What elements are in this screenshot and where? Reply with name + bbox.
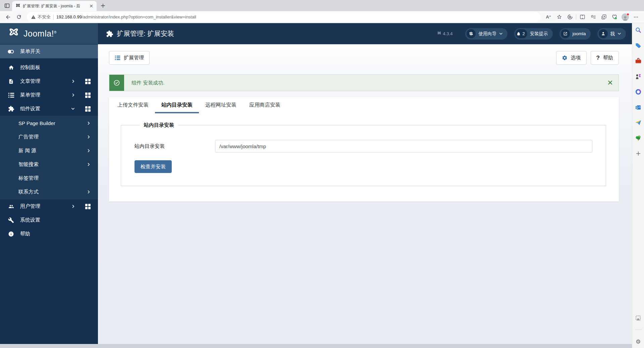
favorite-star-icon[interactable] — [554, 12, 564, 22]
browser-tab[interactable]: 扩展管理: 扩展安装 - joomla - 后 ✕ — [12, 1, 97, 11]
collections-icon[interactable] — [588, 12, 598, 22]
admin-header: Joomla!® 扩展管理: 扩展安装 4.3.4 使用向导 — [0, 23, 632, 44]
browser-tab-strip: 扩展管理: 扩展安装 - joomla - 后 ✕ — [0, 0, 644, 11]
sidebar-item-users[interactable]: 用户管理 — [0, 199, 98, 213]
joomla-logo-icon — [8, 28, 19, 40]
browser-essentials-icon[interactable] — [610, 12, 619, 22]
search-icon[interactable] — [635, 26, 642, 34]
edge-settings-gear-icon[interactable]: ⚙ — [635, 338, 642, 345]
install-folder-input[interactable] — [215, 140, 592, 153]
chevron-right-icon — [87, 121, 91, 125]
check-and-install-button[interactable]: 检查并安装 — [135, 160, 172, 173]
tab-install-from-url[interactable]: 远程网址安装 — [199, 97, 243, 113]
horizontal-scrollbar[interactable] — [0, 344, 632, 348]
dashboard-grid-icon[interactable] — [85, 93, 91, 98]
games-icon[interactable] — [635, 73, 642, 80]
joomla-version-icon — [437, 32, 441, 36]
profile-notification-dot — [627, 13, 629, 16]
toolbar-divider — [576, 14, 576, 20]
submenu-item-smart-search[interactable]: 智能搜索 — [0, 158, 98, 171]
user-guide-button[interactable]: 使用向导 — [465, 28, 507, 40]
chevron-right-icon — [71, 79, 75, 83]
sidebar-item-menus[interactable]: 菜单管理 — [0, 88, 98, 102]
page-title: 扩展管理: 扩展安装 — [117, 29, 174, 38]
help-button[interactable]: ? 帮助 — [591, 51, 619, 65]
split-screen-icon[interactable] — [578, 12, 587, 22]
tab-upload-package[interactable]: 上传文件安装 — [111, 97, 155, 113]
not-secure-indicator[interactable]: 不安全 — [31, 14, 51, 20]
copilot-icon[interactable] — [565, 12, 575, 22]
tab-install-from-web[interactable]: 应用商店安装 — [243, 97, 287, 113]
tree-icon[interactable] — [635, 134, 642, 142]
profile-avatar[interactable] — [621, 12, 630, 22]
submenu-item-contacts[interactable]: 联系方式 — [0, 185, 98, 199]
dashboard-grid-icon[interactable] — [85, 106, 91, 112]
tab-install-from-folder[interactable]: 站内目录安装 — [155, 97, 199, 113]
back-icon[interactable] — [3, 12, 13, 22]
post-install-messages-button[interactable]: 2 安装提示 — [514, 28, 552, 40]
refresh-icon[interactable] — [14, 12, 23, 22]
home-icon — [7, 65, 15, 70]
address-divider — [53, 14, 54, 20]
sidebar-item-system[interactable]: 系统设置 — [0, 213, 98, 227]
sidebar-item-content[interactable]: 文章管理 — [0, 74, 98, 88]
alert-message: 组件 安装成功. — [124, 75, 602, 91]
submenu-item-sp-page-builder[interactable]: SP Page Builder — [0, 116, 98, 130]
submenu-item-banners[interactable]: 广告管理 — [0, 130, 98, 144]
add-sidebar-item-icon[interactable] — [635, 150, 642, 157]
gear-icon — [562, 55, 568, 61]
edge-sidebar: ⚙ — [632, 23, 644, 348]
tools-icon[interactable] — [635, 57, 642, 65]
external-link-icon — [561, 29, 570, 38]
users-icon — [7, 204, 15, 209]
tab-actions-menu-icon[interactable] — [2, 1, 12, 10]
sidebar-item-help[interactable]: 帮助 — [0, 227, 98, 241]
joomla-logo[interactable]: Joomla!® — [0, 23, 98, 44]
address-bar[interactable]: 不安全 192.168.0.99/administrator/index.php… — [27, 12, 540, 22]
submenu-item-news-feeds[interactable]: 新 闻 源 — [0, 144, 98, 158]
options-button[interactable]: 选项 — [556, 51, 587, 65]
install-from-folder-panel: 站内目录安装 站内目录安装 检查并安装 — [109, 113, 619, 201]
sidebar-item-components[interactable]: 组件设置 — [0, 102, 98, 116]
joomla-favicon-icon — [15, 4, 20, 9]
shopping-icon[interactable] — [635, 42, 642, 49]
sidebar-item-dashboard[interactable]: 控制面板 — [0, 61, 98, 74]
user-menu-button[interactable]: 我 — [597, 28, 626, 40]
chevron-right-icon — [71, 93, 75, 97]
view-site-button[interactable]: joomla — [559, 28, 591, 40]
success-alert: 组件 安装成功. ✕ — [109, 74, 619, 91]
more-menu-icon[interactable] — [631, 12, 641, 22]
chevron-down-icon — [499, 32, 503, 36]
info-icon — [7, 231, 15, 237]
sidebar-item-menu-toggle[interactable]: 菜单开关 — [0, 45, 98, 58]
bell-icon: 2 — [516, 29, 527, 38]
browser-window: 扩展管理: 扩展安装 - joomla - 后 ✕ 不安全 192.168.0.… — [0, 0, 644, 348]
tab-title: 扩展管理: 扩展安装 - joomla - 后 — [23, 3, 86, 9]
article-icon — [7, 78, 15, 84]
chevron-down-icon — [618, 32, 621, 36]
components-submenu: SP Page Builder 广告管理 新 闻 源 智能搜索 — [0, 116, 98, 199]
outlook-icon[interactable] — [635, 104, 642, 111]
install-card: 上传文件安装 站内目录安装 远程网址安装 应用商店安装 站内目录安装 站内目录安… — [109, 97, 619, 201]
web-capture-icon[interactable] — [635, 314, 642, 322]
tab-close-icon[interactable]: ✕ — [89, 3, 94, 9]
m365-icon[interactable] — [635, 88, 642, 96]
fieldset-legend: 站内目录安装 — [140, 122, 178, 128]
add-tab-to-collection-icon[interactable] — [599, 12, 608, 22]
dashboard-grid-icon[interactable] — [85, 204, 91, 209]
check-circle-icon — [109, 75, 124, 91]
read-aloud-icon[interactable]: A — [544, 12, 553, 22]
browser-toolbar: 不安全 192.168.0.99/administrator/index.php… — [0, 11, 644, 23]
install-tabs: 上传文件安装 站内目录安装 远程网址安装 应用商店安装 — [109, 97, 619, 113]
url-text: 192.168.0.99/administrator/index.php?opt… — [56, 14, 196, 19]
chevron-right-icon — [87, 190, 91, 194]
submenu-item-tags[interactable]: 标签管理 — [0, 171, 98, 185]
list-icon — [115, 55, 120, 60]
logo-text: Joomla!® — [23, 29, 57, 39]
new-tab-button[interactable] — [99, 1, 107, 10]
dashboard-grid-icon[interactable] — [85, 79, 91, 84]
manage-extensions-button[interactable]: 扩展管理 — [109, 51, 150, 65]
drop-icon[interactable] — [635, 119, 642, 126]
content-toolbar: 扩展管理 选项 ? 帮助 — [98, 44, 632, 70]
alert-close-icon[interactable]: ✕ — [602, 75, 619, 91]
